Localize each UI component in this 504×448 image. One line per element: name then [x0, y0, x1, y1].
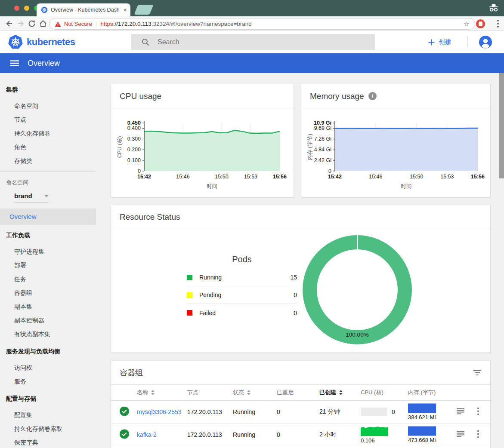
- kubernetes-logo: [8, 34, 23, 50]
- scrollbar[interactable]: [497, 73, 504, 448]
- svg-text:0.400: 0.400: [127, 125, 141, 131]
- legend-row: Failed0: [187, 304, 297, 322]
- incognito-icon: [489, 4, 499, 12]
- pod-node: 172.20.0.113: [187, 431, 222, 438]
- browser-titlebar: Overview - Kubernetes Dashb: [0, 0, 504, 16]
- column-header-node[interactable]: 节点: [187, 389, 198, 396]
- svg-text:CPU (核): CPU (核): [117, 136, 123, 158]
- forward-icon[interactable]: [16, 19, 25, 28]
- kubernetes-favicon: [41, 6, 48, 13]
- sidebar-item[interactable]: 副本集: [0, 300, 103, 313]
- sidebar-item[interactable]: 服务: [0, 374, 103, 388]
- namespace-selector[interactable]: brand: [14, 190, 49, 203]
- svg-text:15:46: 15:46: [176, 174, 189, 180]
- sidebar-item[interactable]: 任务: [0, 272, 103, 286]
- pod-logs-icon[interactable]: [457, 408, 464, 416]
- legend-value: 15: [290, 274, 297, 281]
- brand-title[interactable]: kubernetes: [27, 31, 75, 53]
- column-header-status[interactable]: 状态: [233, 389, 250, 396]
- user-avatar-icon[interactable]: [479, 36, 492, 49]
- back-icon[interactable]: [5, 19, 14, 28]
- minimize-window-button[interactable]: [24, 6, 29, 11]
- svg-text:15:46: 15:46: [369, 174, 382, 180]
- address-bar[interactable]: Not Secure https ://172.20.0.113 :32324/…: [49, 18, 475, 30]
- sidebar: 集群命名空间节点持久化存储卷角色存储类命名空间brandOverview工作负载…: [0, 73, 103, 448]
- svg-text:0.300: 0.300: [127, 136, 141, 142]
- pod-logs-icon[interactable]: [457, 431, 464, 439]
- sidebar-item[interactable]: 有状态副本集: [0, 327, 103, 341]
- home-icon[interactable]: [39, 19, 47, 28]
- info-icon[interactable]: [368, 92, 377, 100]
- cpu-card-title-text: CPU usage: [120, 92, 161, 101]
- browser-tab[interactable]: Overview - Kubernetes Dashb: [37, 3, 130, 16]
- svg-text:时间: 时间: [401, 183, 412, 189]
- sort-icon: [247, 390, 250, 395]
- sidebar-item[interactable]: 存储类: [0, 154, 103, 168]
- column-header-created[interactable]: 已创建: [319, 389, 343, 396]
- tab-close-icon[interactable]: [124, 7, 127, 13]
- sidebar-item[interactable]: 持久化存储卷索取: [0, 422, 103, 436]
- cpu-usage-card: CPU usage 0.4500.4000.3000.2000.100015:4…: [111, 84, 294, 197]
- sort-icon: [339, 390, 343, 395]
- sidebar-item[interactable]: 角色: [0, 140, 103, 154]
- url-host: ://172.20.0.113: [113, 21, 152, 27]
- filter-icon[interactable]: [473, 370, 482, 376]
- donut-gap: [357, 235, 358, 249]
- url-path: :32324/#!/overview?namespace=brand: [152, 21, 252, 27]
- svg-text:15:56: 15:56: [273, 174, 287, 180]
- new-tab-button[interactable]: [134, 5, 153, 15]
- sidebar-item[interactable]: 命名空间: [0, 99, 103, 113]
- pods-legend-title: Pods: [187, 250, 297, 269]
- pod-menu-icon[interactable]: [477, 430, 479, 439]
- refresh-icon[interactable]: [28, 19, 36, 28]
- bookmark-star-icon[interactable]: [464, 20, 470, 28]
- pod-name-link[interactable]: kafka-2: [137, 431, 157, 438]
- browser-menu-icon[interactable]: [497, 20, 499, 28]
- pods-table-card: 容器组 名称节点状态已重启已创建CPU (核)内存 (字节) mysql3306…: [111, 361, 490, 448]
- sidebar-item[interactable]: 保密字典: [0, 436, 103, 448]
- svg-text:4.84 Gi: 4.84 Gi: [314, 147, 331, 153]
- svg-text:15:42: 15:42: [328, 174, 342, 180]
- toolbar: Overview: [0, 53, 504, 73]
- extension-icon[interactable]: [476, 19, 485, 28]
- close-window-button[interactable]: [14, 6, 19, 11]
- memory-card-title-text: Memory usage: [310, 92, 364, 101]
- sidebar-item[interactable]: 部署: [0, 258, 103, 272]
- page-body: 集群命名空间节点持久化存储卷角色存储类命名空间brandOverview工作负载…: [0, 73, 504, 448]
- pod-restarts: 0: [277, 408, 280, 415]
- sidebar-section-header: 配置与存储: [0, 392, 103, 405]
- scrollbar-thumb[interactable]: [499, 73, 504, 178]
- create-button[interactable]: 创建: [428, 31, 451, 53]
- pod-row: kafka-2172.20.0.113Running02 小时0.106473.…: [111, 423, 490, 446]
- pod-name-link[interactable]: mysql3306-2553: [137, 408, 181, 415]
- sidebar-item[interactable]: 配置集: [0, 408, 103, 422]
- legend-label: Pending: [199, 292, 221, 298]
- svg-text:15:56: 15:56: [471, 174, 485, 180]
- svg-text:15:42: 15:42: [137, 174, 151, 180]
- pods-table-title: 容器组: [111, 361, 490, 385]
- svg-text:15:50: 15:50: [410, 174, 423, 180]
- sidebar-item[interactable]: 副本控制器: [0, 313, 103, 327]
- chevron-down-icon: [44, 195, 49, 197]
- pod-menu-icon[interactable]: [477, 408, 479, 417]
- sidebar-item[interactable]: 容器组: [0, 286, 103, 300]
- pod-status-ok-icon: [120, 407, 129, 417]
- memory-card-title: Memory usage: [301, 84, 490, 108]
- pods-legend: Pods Running15Pending0Failed0: [187, 250, 297, 322]
- column-header-restarts[interactable]: 已重启: [277, 389, 294, 396]
- sidebar-item[interactable]: 访问权: [0, 361, 103, 374]
- legend-label: Failed: [199, 310, 216, 316]
- search-input[interactable]: Search: [131, 34, 375, 50]
- sidebar-item[interactable]: 节点: [0, 113, 103, 126]
- column-header-cpu[interactable]: CPU (核): [361, 389, 383, 396]
- column-header-mem[interactable]: 内存 (字节): [408, 389, 436, 396]
- hamburger-menu-icon[interactable]: [10, 60, 19, 66]
- svg-text:15:53: 15:53: [440, 174, 454, 180]
- sidebar-item-overview[interactable]: Overview: [0, 209, 96, 225]
- sidebar-section-header: 工作负载: [0, 228, 103, 242]
- sidebar-item[interactable]: 守护进程集: [0, 245, 103, 258]
- sidebar-item[interactable]: 持久化存储卷: [0, 126, 103, 140]
- legend-value: 0: [294, 292, 297, 298]
- column-header-name[interactable]: 名称: [137, 389, 155, 396]
- pod-node: 172.20.0.113: [187, 408, 222, 415]
